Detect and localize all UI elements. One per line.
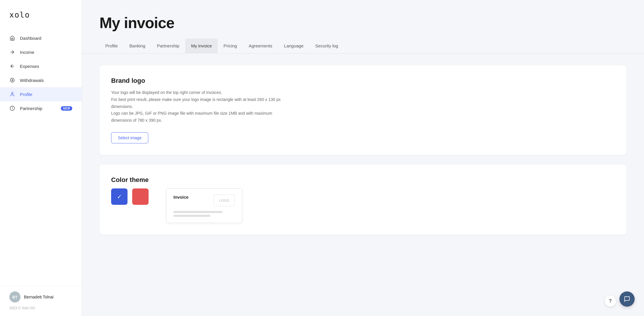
brand-logo-title: Brand logo	[111, 77, 615, 85]
income-icon	[9, 49, 15, 55]
tab-pricing[interactable]: Pricing	[218, 39, 243, 54]
tab-partnership[interactable]: Partnership	[151, 39, 185, 54]
tab-banking[interactable]: Banking	[124, 39, 151, 54]
sidebar-item-label-dashboard: Dashboard	[20, 36, 41, 41]
sidebar-item-label-withdrawals: Withdrawals	[20, 78, 44, 83]
sidebar-item-dashboard[interactable]: Dashboard	[0, 31, 82, 45]
brand-logo-desc-line2: For best print result, please make sure …	[111, 97, 281, 109]
chat-button[interactable]	[619, 291, 635, 307]
sidebar-item-profile[interactable]: Profile	[0, 87, 82, 101]
copyright-text: 2023 © Xolo OÜ	[9, 306, 72, 310]
content-area: Brand logo Your logo will be displayed o…	[82, 54, 644, 316]
tab-language[interactable]: Language	[278, 39, 309, 54]
sidebar-item-income[interactable]: Income	[0, 45, 82, 59]
tab-agreements[interactable]: Agreements	[243, 39, 278, 54]
sidebar-item-partnership[interactable]: Partnership NEW	[0, 101, 82, 115]
expenses-icon	[9, 63, 15, 69]
brand-logo-desc-line1: Your logo will be displayed on the top r…	[111, 90, 222, 95]
withdrawals-icon	[9, 77, 15, 83]
sidebar-item-label-profile: Profile	[20, 92, 32, 97]
page-header: My invoice	[82, 0, 644, 39]
invoice-lines	[173, 211, 235, 217]
user-info: BT Bernadett Tolnai	[9, 291, 72, 303]
invoice-line-1	[173, 211, 223, 213]
check-icon-blue: ✓	[117, 193, 122, 200]
invoice-label: Invoice	[173, 195, 189, 200]
tabs-bar: Profile Banking Partnership My invoice P…	[82, 39, 644, 54]
sidebar-item-label-partnership: Partnership	[20, 106, 42, 111]
sidebar-item-expenses[interactable]: Expenses	[0, 59, 82, 73]
svg-point-5	[11, 92, 13, 94]
page-title: My invoice	[99, 14, 626, 32]
color-theme-title: Color theme	[111, 176, 615, 184]
partnership-badge: NEW	[61, 106, 72, 111]
color-theme-section: Color theme ✓ Invoice LOGO	[99, 164, 626, 235]
select-image-button[interactable]: Select image	[111, 132, 148, 143]
profile-icon	[9, 91, 15, 97]
dashboard-icon	[9, 35, 15, 41]
sidebar-nav: Dashboard Income Expenses	[0, 29, 82, 285]
tab-security-log[interactable]: Security log	[309, 39, 344, 54]
brand-logo-desc-line3: Logo can be JPG, GIF or PNG image file w…	[111, 111, 272, 123]
sidebar-item-label-income: Income	[20, 50, 34, 55]
avatar: BT	[9, 291, 20, 303]
tab-profile[interactable]: Profile	[99, 39, 124, 54]
tab-my-invoice[interactable]: My invoice	[185, 39, 218, 54]
logo-placeholder: LOGO	[214, 195, 235, 206]
sidebar-footer: BT Bernadett Tolnai 2023 © Xolo OÜ	[0, 285, 82, 316]
invoice-line-2	[173, 215, 210, 217]
brand-logo: xolo	[0, 0, 82, 29]
sidebar-item-label-expenses: Expenses	[20, 64, 39, 69]
main-content: My invoice Profile Banking Partnership M…	[82, 0, 644, 316]
brand-logo-description: Your logo will be displayed on the top r…	[111, 89, 292, 124]
sidebar-item-withdrawals[interactable]: Withdrawals	[0, 73, 82, 87]
brand-logo-section: Brand logo Your logo will be displayed o…	[99, 65, 626, 155]
partnership-icon	[9, 105, 15, 111]
color-swatch-blue[interactable]: ✓	[111, 188, 128, 205]
sidebar: xolo Dashboard Income	[0, 0, 82, 316]
invoice-preview-card: Invoice LOGO	[166, 188, 242, 223]
help-button[interactable]: ?	[605, 296, 616, 307]
color-swatches: ✓	[111, 188, 149, 205]
color-swatch-red[interactable]	[132, 188, 149, 205]
invoice-preview-top: Invoice LOGO	[173, 195, 235, 206]
user-name: Bernadett Tolnai	[24, 295, 54, 299]
